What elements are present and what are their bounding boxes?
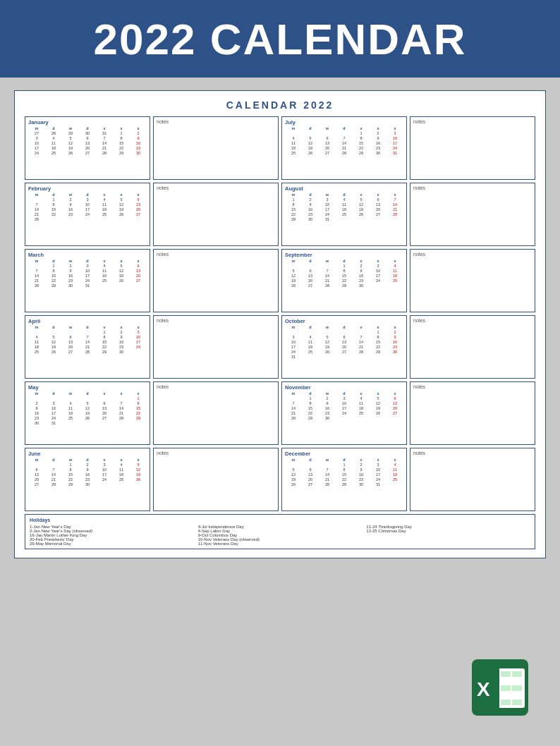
notes-box: notes: [410, 116, 535, 180]
svg-rect-10: [501, 699, 511, 705]
notes-box: notes: [153, 249, 279, 312]
notes-box: notes: [410, 315, 535, 379]
month-table: mdwdvss123456789101112131415161718192021…: [285, 325, 403, 359]
month-table: mdwdvss123456789101112131415161718192021…: [285, 391, 403, 420]
month-table: mdwdvss123456789101112131415161718192021…: [28, 391, 147, 425]
month-name: July: [285, 119, 403, 126]
notes-box: notes: [410, 381, 535, 445]
excel-icon-container: X: [468, 656, 532, 719]
calendar-grid: Januarymdwdvss27282930311234567891011121…: [25, 116, 535, 511]
notes-box: notes: [410, 249, 535, 312]
month-box-january: Januarymdwdvss27282930311234567891011121…: [25, 116, 150, 180]
svg-rect-4: [501, 678, 511, 684]
svg-rect-11: [512, 699, 522, 705]
notes-box: notes: [410, 448, 535, 511]
month-name: May: [28, 384, 147, 391]
holiday-item: 29-May Memorial Day: [30, 542, 194, 546]
holidays-box: Holidays 1-Jan New Year's Day2-Jan New Y…: [25, 514, 535, 549]
month-name: February: [28, 185, 147, 192]
svg-rect-7: [512, 685, 522, 691]
notes-box: notes: [153, 448, 279, 511]
main-container: CALENDAR 2022 Januarymdwdvss272829303112…: [14, 90, 546, 558]
svg-rect-5: [512, 678, 522, 684]
holiday-item: 11-Nov Veterans Day: [198, 542, 363, 546]
month-table: mdwdvss123456789101112131415161718192021…: [285, 259, 403, 288]
month-box-july: Julymdwdvss12345678910111213141516171819…: [281, 116, 407, 180]
month-table: mdwdvss123456789101112131415161718192021…: [28, 325, 147, 354]
month-table: mdwdvss123456789101112131415161718192021…: [28, 458, 147, 487]
holidays-title: Holidays: [30, 518, 530, 522]
month-name: November: [285, 384, 403, 391]
month-box-april: Aprilmdwdvss1234567891011121314151617181…: [25, 315, 150, 379]
excel-icon: X: [468, 656, 532, 719]
month-box-june: Junemdwdvss12345678910111213141516171819…: [25, 448, 150, 511]
month-name: March: [28, 252, 147, 258]
month-name: June: [28, 451, 147, 457]
page-title: CALENDAR 2022: [25, 99, 535, 111]
header-title: 2022 CALENDAR: [93, 14, 466, 64]
month-box-august: Augustmdwdvss123456789101112131415161718…: [281, 183, 407, 246]
month-name: August: [285, 185, 403, 192]
month-box-march: Marchmdwdvss1234567891011121314151617181…: [25, 249, 150, 312]
notes-box: notes: [410, 183, 535, 246]
month-table: mdwdvss123456789101112131415161718192021…: [285, 126, 403, 155]
page-header: 2022 CALENDAR: [0, 0, 560, 78]
svg-text:X: X: [477, 678, 490, 700]
month-box-november: Novembermdwdvss1234567891011121314151617…: [281, 381, 407, 445]
notes-box: notes: [153, 183, 279, 246]
month-name: October: [285, 318, 403, 324]
month-box-december: Decembermdwdvss1234567891011121314151617…: [281, 448, 407, 511]
month-table: mdwdvss123456789101112131415161718192021…: [28, 259, 147, 288]
svg-rect-8: [501, 692, 511, 698]
month-name: September: [285, 252, 403, 258]
holiday-col-2: 11-24 Thanksgiving Day12-25 Christmas Da…: [366, 525, 530, 546]
month-box-may: Maymdwdvss123456789101112131415161718192…: [25, 381, 150, 445]
month-table: mdwdvss272829303112345678910111213141516…: [28, 126, 147, 155]
month-box-september: Septembermdwdvss123456789101112131415161…: [281, 249, 407, 312]
month-name: December: [285, 451, 403, 457]
month-table: mdwdvss123456789101112131415161718192021…: [28, 192, 147, 221]
svg-rect-2: [501, 671, 511, 677]
notes-box: notes: [153, 381, 279, 445]
holiday-col-1: 4-Jul Independence Day4-Sep Labor Day9-O…: [198, 525, 363, 546]
notes-box: notes: [153, 315, 279, 379]
svg-rect-9: [512, 692, 522, 698]
month-name: January: [28, 119, 147, 126]
holiday-item: 12-25 Christmas Day: [366, 529, 530, 533]
month-name: April: [28, 318, 147, 324]
month-table: mdwdvss123456789101112131415161718192021…: [285, 458, 403, 487]
holiday-col-0: 1-Jan New Year's Day2-Jan New Year's Day…: [30, 525, 194, 546]
month-box-october: Octobermdwdvss12345678910111213141516171…: [281, 315, 407, 379]
month-box-february: Februarymdwdvss1234567891011121314151617…: [25, 183, 150, 246]
holidays-grid: 1-Jan New Year's Day2-Jan New Year's Day…: [30, 525, 530, 546]
notes-box: notes: [153, 116, 279, 180]
svg-rect-6: [501, 685, 511, 691]
svg-rect-3: [512, 671, 522, 677]
month-table: mdwdvss123456789101112131415161718192021…: [285, 192, 403, 221]
